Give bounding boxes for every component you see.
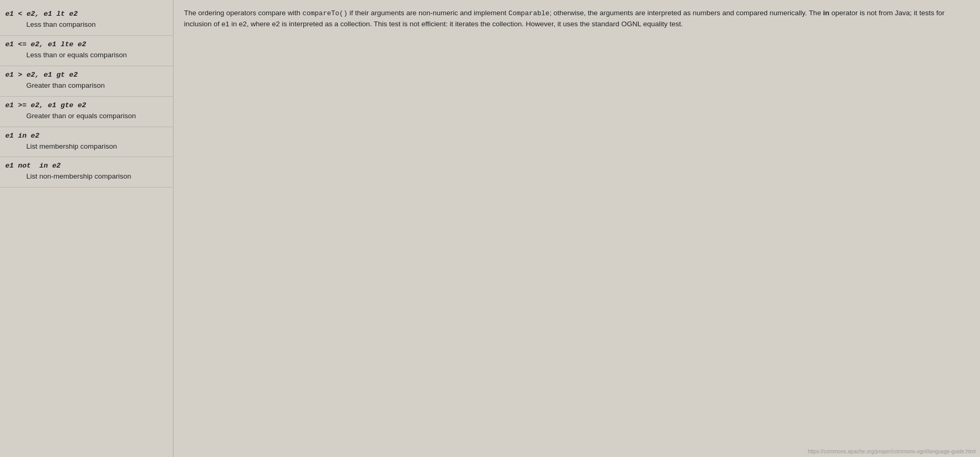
entry-list-membership-description: List membership comparison (5, 142, 168, 152)
entry-list-non-membership-title: e1 not in e2 (5, 161, 168, 170)
url-watermark: https://commons.apache.org/proper/common… (808, 449, 976, 454)
right-panel: The ordering operators compare with comp… (173, 0, 980, 457)
entry-list-membership: e1 in e2 List membership comparison (0, 127, 173, 158)
entry-less-than-equals-title: e1 <= e2, e1 lte e2 (5, 40, 168, 48)
entry-greater-than-title: e1 > e2, e1 gt e2 (5, 70, 168, 79)
entry-list-membership-title: e1 in e2 (5, 131, 168, 140)
entry-greater-than-description: Greater than comparison (5, 81, 168, 91)
entry-greater-than-equals-description: Greater than or equals comparison (5, 111, 168, 121)
entry-list-non-membership: e1 not in e2 List non-membership compari… (0, 157, 173, 188)
page-container: e1 < e2, e1 lt e2 Less than comparison e… (0, 0, 980, 457)
entry-less-than-equals: e1 <= e2, e1 lte e2 Less than or equals … (0, 36, 173, 66)
entry-list-non-membership-description: List non-membership comparison (5, 172, 168, 182)
left-panel: e1 < e2, e1 lt e2 Less than comparison e… (0, 0, 173, 457)
entry-less-than-equals-description: Less than or equals comparison (5, 50, 168, 60)
entry-greater-than: e1 > e2, e1 gt e2 Greater than compariso… (0, 66, 173, 97)
entry-less-than-description: Less than comparison (5, 20, 168, 30)
entry-greater-than-equals-title: e1 >= e2, e1 gte e2 (5, 101, 168, 109)
main-description: The ordering operators compare with comp… (184, 8, 969, 29)
entry-greater-than-equals: e1 >= e2, e1 gte e2 Greater than or equa… (0, 97, 173, 127)
entry-less-than: e1 < e2, e1 lt e2 Less than comparison (0, 5, 173, 36)
entry-less-than-title: e1 < e2, e1 lt e2 (5, 9, 168, 18)
